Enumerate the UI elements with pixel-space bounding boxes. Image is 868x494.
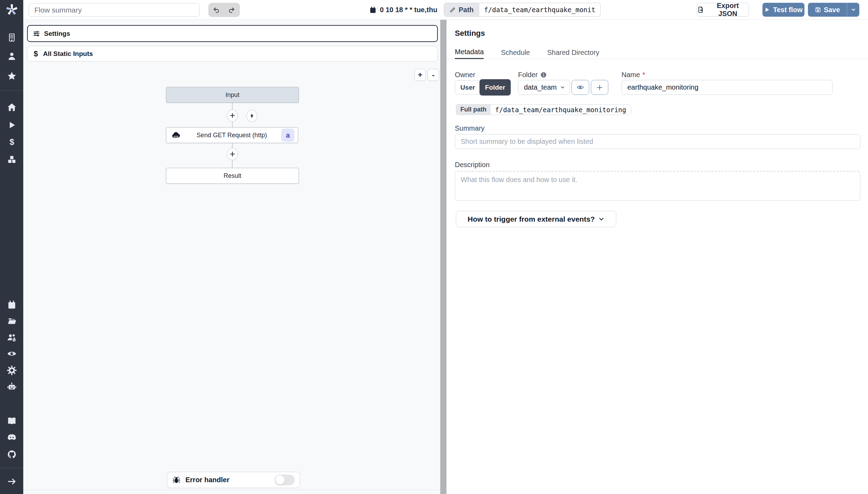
name-input[interactable]: [621, 80, 833, 95]
flow-canvas: Settings $ All Static Inputs + - Input H…: [23, 20, 440, 494]
eye-icon[interactable]: [0, 347, 23, 360]
error-handler-toggle[interactable]: [275, 475, 295, 485]
plus-icon: [596, 84, 603, 91]
error-handler-label: Error handler: [185, 476, 229, 484]
save-dropdown-button[interactable]: [847, 3, 859, 17]
user-icon[interactable]: [0, 50, 23, 63]
flow-node-http[interactable]: HTTP Send GET Request (http) a: [166, 127, 298, 143]
undo-button[interactable]: [208, 3, 224, 17]
tab-schedule[interactable]: Schedule: [501, 46, 530, 59]
chevron-down-icon: [560, 85, 565, 90]
tab-metadata[interactable]: Metadata: [455, 46, 484, 59]
all-static-inputs-item[interactable]: $ All Static Inputs: [27, 46, 438, 61]
plus-icon: [230, 151, 235, 157]
windmill-logo-icon[interactable]: [0, 3, 23, 16]
flow-node-input[interactable]: Input: [166, 87, 299, 103]
dollar-icon[interactable]: $: [0, 136, 23, 148]
schedule-cron-text: 0 10 18 * * tue,thu: [380, 6, 437, 14]
zoom-out-button[interactable]: -: [427, 69, 439, 81]
tab-shared-directory[interactable]: Shared Directory: [547, 46, 599, 59]
owner-toggle: User Folder: [455, 79, 511, 96]
canvas-divider: [23, 490, 440, 490]
http-icon-text: HTTP: [173, 135, 178, 137]
path-badge[interactable]: Path f/data_team/earthquake_monit: [444, 3, 601, 17]
save-button[interactable]: Save: [808, 3, 847, 17]
save-label: Save: [824, 6, 840, 14]
folder-select[interactable]: data_team: [518, 80, 570, 95]
sliders-icon: [33, 30, 40, 37]
discord-icon[interactable]: [0, 431, 23, 444]
name-label-text: Name: [621, 71, 640, 79]
redo-button[interactable]: [224, 3, 240, 17]
description-label: Description: [455, 161, 490, 169]
test-flow-label: Test flow: [773, 6, 802, 14]
bug-icon: [172, 476, 181, 484]
summary-input[interactable]: [455, 134, 860, 149]
plus-icon: [230, 113, 235, 118]
name-label: Name *: [621, 71, 645, 79]
sidebar-divider: [0, 90, 23, 91]
toggle-knob: [275, 475, 285, 485]
building-icon[interactable]: [0, 31, 23, 44]
flow-node-result[interactable]: Result: [166, 168, 299, 184]
path-label: Path: [459, 6, 474, 14]
description-textarea[interactable]: [455, 171, 860, 201]
settings-title: Settings: [455, 29, 485, 38]
github-icon[interactable]: [0, 448, 23, 461]
book-icon[interactable]: [0, 415, 23, 427]
app-sidebar: $: [0, 0, 23, 494]
calendar-icon: [369, 6, 377, 14]
node-id-badge: a: [281, 129, 294, 142]
gear-icon[interactable]: [0, 364, 23, 377]
play-icon[interactable]: [0, 119, 23, 131]
http-cloud-icon: HTTP: [171, 131, 182, 140]
export-json-label: Export JSON: [707, 2, 749, 18]
flow-summary-input[interactable]: [28, 3, 200, 17]
play-icon: [764, 7, 770, 13]
file-export-icon: [697, 6, 704, 13]
chevron-down-icon: [598, 216, 604, 222]
flow-node-http-label: Send GET Request (http): [182, 132, 281, 139]
info-icon: [540, 72, 547, 78]
topbar: 0 10 18 * * tue,thu Path f/data_team/ear…: [23, 0, 868, 20]
star-icon[interactable]: [0, 70, 23, 82]
flow-settings-label: Settings: [44, 30, 70, 38]
folder-label: Folder: [518, 71, 547, 79]
dollar-icon: $: [33, 49, 39, 58]
save-icon: [815, 7, 821, 13]
zoom-in-button[interactable]: +: [414, 69, 426, 81]
insert-step-button[interactable]: [227, 109, 238, 122]
calendar-icon[interactable]: [0, 299, 23, 311]
panel-resize-handle[interactable]: [440, 20, 446, 494]
summary-label: Summary: [455, 124, 485, 132]
insert-step-button[interactable]: [227, 148, 238, 160]
view-folder-button[interactable]: [571, 80, 589, 95]
home-icon[interactable]: [0, 101, 23, 114]
users-settings-icon[interactable]: [0, 331, 23, 344]
schedule-cron[interactable]: 0 10 18 * * tue,thu: [369, 0, 437, 20]
full-path-label: Full path: [456, 105, 491, 115]
cubes-icon[interactable]: [0, 153, 23, 166]
owner-label: Owner: [455, 71, 475, 79]
robot-icon[interactable]: [0, 381, 23, 393]
path-value: f/data_team/earthquake_monit: [479, 3, 600, 16]
trigger-help-button[interactable]: How to trigger from external events?: [456, 211, 616, 227]
folder-open-icon[interactable]: [0, 315, 23, 327]
add-folder-button[interactable]: [591, 80, 608, 95]
test-flow-button[interactable]: Test flow: [762, 3, 804, 17]
pencil-icon: [449, 7, 456, 13]
full-path-value: f/data_team/earthquake_monitoring: [491, 105, 631, 115]
trigger-step-button[interactable]: [247, 110, 257, 122]
owner-user-button[interactable]: User: [455, 80, 481, 94]
error-handler-item[interactable]: Error handler: [167, 472, 300, 488]
save-split-button: Save: [808, 3, 859, 17]
sidebar-divider: [0, 468, 23, 468]
all-static-inputs-label: All Static Inputs: [43, 50, 93, 58]
full-path-badge: Full path f/data_team/earthquake_monitor…: [456, 104, 631, 115]
chevron-down-icon: [851, 7, 856, 13]
owner-folder-button[interactable]: Folder: [479, 79, 511, 96]
export-json-button[interactable]: Export JSON: [697, 3, 749, 17]
expand-arrow-icon[interactable]: [0, 475, 23, 488]
required-mark: *: [642, 71, 645, 79]
flow-settings-item[interactable]: Settings: [27, 25, 438, 42]
